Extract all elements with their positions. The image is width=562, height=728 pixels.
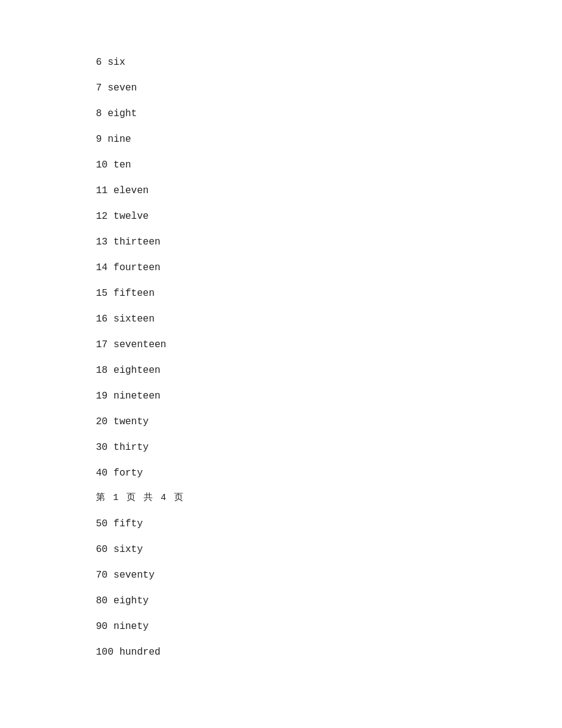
list-item: 80 eighty xyxy=(96,594,562,608)
list-item: 30 thirty xyxy=(96,440,562,455)
list-item: 11 eleven xyxy=(96,183,562,198)
list-item: 6 six xyxy=(96,55,562,70)
list-item: 9 nine xyxy=(96,132,562,147)
list-item: 40 forty xyxy=(96,466,562,480)
list-item: 90 ninety xyxy=(96,619,562,634)
list-item: 18 eighteen xyxy=(96,363,562,378)
list-item: 17 seventeen xyxy=(96,337,562,352)
list-item: 50 fifty xyxy=(96,517,562,531)
list-item: 14 fourteen xyxy=(96,260,562,275)
list-item: 13 thirteen xyxy=(96,235,562,249)
list-item: 15 fifteen xyxy=(96,286,562,301)
list-item: 70 seventy xyxy=(96,568,562,583)
list-item: 7 seven xyxy=(96,81,562,95)
list-item: 8 eight xyxy=(96,106,562,121)
list-item: 19 nineteen xyxy=(96,389,562,403)
list-item: 16 sixteen xyxy=(96,312,562,326)
list-item: 100 hundred xyxy=(96,645,562,660)
main-content: 6 six7 seven8 eight9 nine10 ten11 eleven… xyxy=(0,0,562,719)
page-indicator: 第 1 页 共 4 页 xyxy=(96,491,562,506)
list-item: 12 twelve xyxy=(96,209,562,224)
list-item: 10 ten xyxy=(96,158,562,172)
list-item: 60 sixty xyxy=(96,542,562,557)
list-item: 20 twenty xyxy=(96,414,562,429)
